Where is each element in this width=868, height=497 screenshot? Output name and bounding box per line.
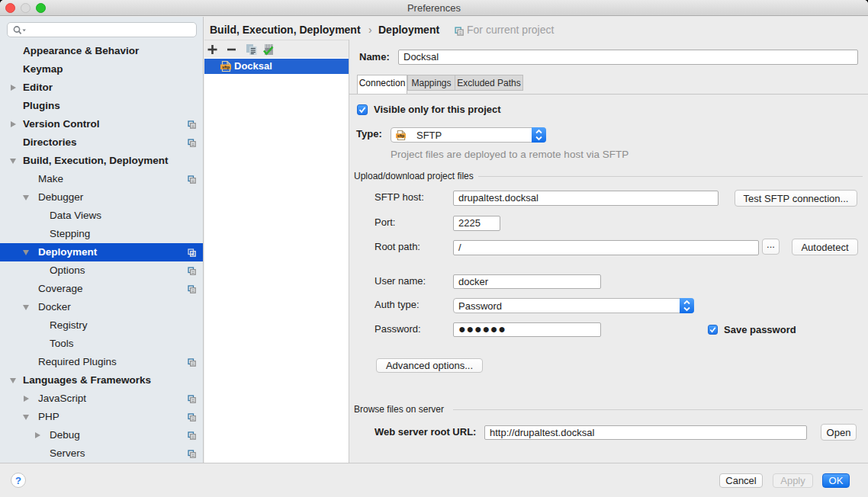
svg-text:sftp: sftp [222,65,230,69]
svg-text:sftp: sftp [397,133,404,138]
